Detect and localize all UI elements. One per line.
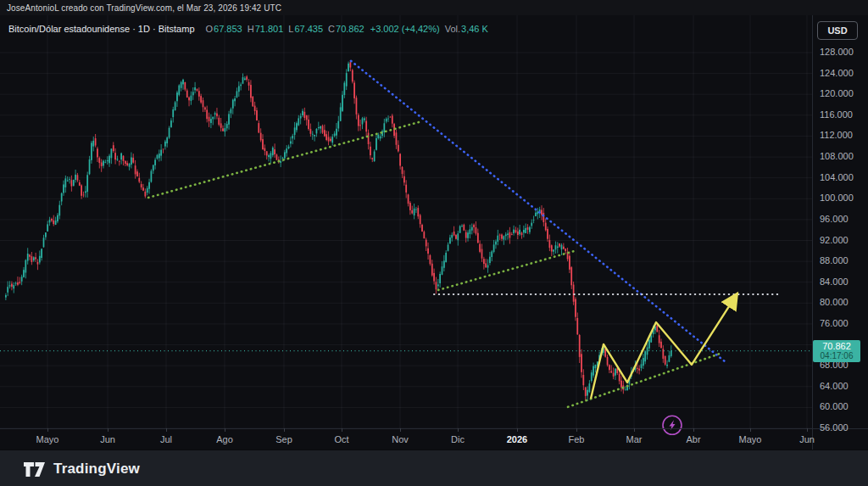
price-tick-label: 108.000 [820,151,866,161]
time-tick-label: Abr [675,428,712,450]
time-tick-label: Nov [381,428,419,450]
time-tick-label: Jun [788,428,826,450]
price-tick-label: 120.000 [820,88,866,98]
ohlc-value: 70.862 [336,24,364,34]
time-axis[interactable]: MayoJunJulAgoSepOctNovDic2026FebMarAbrMa… [0,428,868,450]
volume-value: 3,46 K [461,24,488,34]
ohlc-label: L [288,24,293,34]
attribution-text: JoseAntonioL creado con TradingView.com,… [7,3,281,13]
ohlc-value: 71.801 [255,24,284,34]
attribution-bar: JoseAntonioL creado con TradingView.com,… [0,0,868,15]
price-tick-label: 124.000 [820,68,866,78]
symbol-title[interactable]: Bitcoin/Dólar estadounidense · 1D · Bits… [8,24,195,34]
price-tick-label: 112.000 [820,130,866,140]
volume-label: Vol. [445,24,460,34]
price-tick-label: 100.000 [820,193,866,203]
time-tick-label: Feb [558,428,595,450]
ohlc-label: H [248,24,254,34]
price-tick-label: 92.000 [820,235,866,245]
price-tick-label: 116.000 [820,109,866,120]
footer: TradingView [0,450,868,486]
tradingview-embed: JoseAntonioL creado con TradingView.com,… [0,0,868,486]
price-tick-label: 128.000 [820,47,866,57]
tradingview-logo-icon[interactable] [23,460,46,478]
time-tick-label: 2026 [498,428,536,450]
ohlc-value: 67.435 [294,24,323,34]
ohlc-label: C [328,24,335,34]
time-tick-label: Sep [265,428,303,450]
price-tick-label: 88.000 [820,255,866,265]
currency-button[interactable]: USD [817,21,858,40]
time-tick-label: Jul [147,428,185,450]
price-tick-label: 60.000 [820,401,866,411]
bar-countdown: 04:17:06 [821,351,854,361]
time-tick-label: Mar [615,428,653,450]
price-tick-label: 96.000 [820,214,866,224]
ohlc-value: 67.853 [214,24,242,34]
ohlc-label: O [206,24,214,34]
price-tick-label: 80.000 [820,297,866,307]
time-tick-label: Mayo [29,428,66,450]
time-tick-label: Dic [439,428,476,450]
candlestick-chart[interactable] [0,15,812,450]
last-price-value: 70.862 [822,341,851,351]
time-tick-label: Ago [206,428,243,450]
time-tick-label: Oct [323,428,360,450]
time-tick-label: Mayo [732,428,769,450]
brand-name[interactable]: TradingView [53,461,140,478]
chart-region[interactable]: Bitcoin/Dólar estadounidense · 1D · Bits… [0,15,868,450]
change-value: +3.002 (+4,42%) [370,24,440,34]
price-tick-label: 64.000 [820,381,866,391]
last-price-label: 70.862 04:17:06 [813,340,860,362]
time-tick-label: Jun [89,428,126,450]
ohlc-values: O67.853H71.801L67.435C70.862 [201,24,364,34]
price-tick-label: 84.000 [820,277,866,287]
price-tick-label: 76.000 [820,318,866,328]
price-tick-label: 104.000 [820,172,866,182]
price-axis-border [812,15,813,450]
legend: Bitcoin/Dólar estadounidense · 1D · Bits… [8,22,488,36]
